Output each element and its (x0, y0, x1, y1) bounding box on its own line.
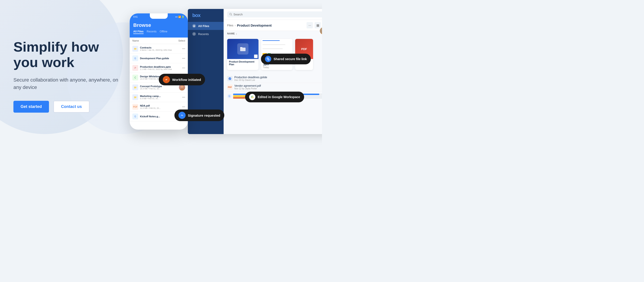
more-icon: ··· (182, 95, 185, 99)
list-item[interactable]: 📁 Contracts 4 items • Jan 31, 2023 by Jo… (130, 44, 188, 54)
breadcrumb-separator: › (234, 24, 236, 27)
file-info: NDA.pdf 12.2 MB • Feb 01, 20... (140, 104, 180, 109)
file-list-row[interactable]: Production deadlines.gslide Dec 03 by Da… (227, 74, 322, 83)
phone-browse-title: Browse (133, 22, 184, 28)
phone-tab-recents[interactable]: Recents (147, 30, 156, 34)
breadcrumb-parent[interactable]: Files (227, 24, 233, 27)
file-meta: 12.2 MB • Feb 01, 20... (140, 107, 180, 109)
list-item[interactable]: G Development Plan.gslide ··· (130, 54, 188, 63)
svg-point-1 (180, 88, 184, 90)
file-card-meta: Today (263, 66, 291, 69)
google-workspace-badge: G Edited in Google Workspace (245, 92, 304, 102)
google-icon: G (249, 94, 255, 100)
page-container: Simplify how you work Secure collaborati… (0, 0, 322, 147)
file-meta: 16.3 MB • Feb 01, 20... (140, 88, 177, 90)
more-icon: ··· (182, 47, 185, 51)
get-started-button[interactable]: Get started (14, 101, 49, 113)
pdf-list-icon: PDF (227, 84, 232, 90)
more-options-button[interactable]: ··· (306, 22, 313, 28)
sidebar-label-recents: Recents (198, 32, 209, 36)
folder-icon: 📁 (132, 46, 138, 52)
file-meta: 6.4 MB • Feb 01, 20... (140, 97, 180, 100)
file-info: Development Plan.gslide (140, 57, 180, 60)
gslide-icon: G (132, 55, 138, 61)
ui-mockups: 9:41 ▪▪▪ 📶 🔋 Browse All Files Recents Of… (130, 9, 308, 139)
file-name: Development Plan.gslide (140, 57, 180, 60)
phone-list-name-col: Name (132, 39, 139, 42)
pdf-list-label: PDF (228, 86, 232, 88)
cta-buttons: Get started Contact us (14, 101, 121, 113)
phone-tabs: All Files Recents Offline (133, 30, 184, 34)
phone-tab-all-files[interactable]: All Files (133, 30, 144, 34)
workflow-badge-label: Workflow initiated (172, 78, 201, 82)
svg-rect-12 (240, 48, 246, 51)
file-list-name: Production deadlines.gslide (234, 76, 322, 79)
file-list-info: Vendor agreement.pdf Nov 12 by Jayla Por… (234, 84, 322, 90)
shared-link-icon (265, 56, 271, 62)
search-input[interactable]: Search (234, 13, 322, 16)
breadcrumb-bar: Files › Product Development ··· ▦ 🔗 New (224, 20, 322, 31)
workflow-badge: Workflow initiated (159, 74, 205, 85)
workflow-icon (163, 76, 170, 83)
file-list-name: Vendor agreement.pdf (234, 84, 322, 87)
box-logo: box (188, 9, 224, 22)
file-info: Marketing camp... 6.4 MB • Feb 01, 20... (140, 95, 180, 100)
file-name: NDA.pdf (140, 104, 180, 107)
folder-icon-large (240, 46, 246, 52)
canvas-icon: C (132, 75, 138, 80)
sidebar-item-all-files[interactable]: ▤ All Files (188, 22, 224, 30)
contact-us-button[interactable]: Contact us (54, 101, 90, 113)
hero-title: Simplify how you work (14, 39, 121, 70)
file-list-meta: Nov 12 by Jayla Porter (234, 87, 322, 90)
chart-icon: G (227, 94, 232, 98)
list-item[interactable]: P Production deadlines.pptx 2.1 MB • Feb… (130, 63, 188, 73)
file-card-name: Product Development Plan (229, 60, 257, 66)
file-meta: 2.1 MB • Feb 03, 2023 by John Doe (140, 68, 180, 70)
search-box[interactable]: Search (227, 11, 322, 17)
hero-title-line2: you work (14, 54, 74, 70)
svg-rect-13 (240, 47, 242, 48)
phone-header: Browse All Files Recents Offline (130, 20, 188, 37)
svg-line-5 (231, 15, 232, 15)
avatar-1 (319, 27, 322, 35)
file-thumb (227, 39, 258, 59)
more-icon: ··· (182, 56, 185, 60)
signature-badge: Signature requested (174, 109, 224, 121)
phone-signal-icons: ▪▪▪ 📶 🔋 (175, 16, 184, 18)
shared-link-badge: Shared secure file link (261, 54, 311, 64)
more-icon: ··· (182, 66, 185, 70)
file-name: Marketing camp... (140, 95, 180, 97)
file-name: Contracts (140, 46, 180, 49)
sidebar-icon-recents: ⏱ (192, 32, 196, 36)
phone-list-header: Name Select (130, 37, 188, 44)
phone-tab-offline[interactable]: Offline (160, 30, 167, 34)
sidebar-item-recents[interactable]: ⏱ Recents (188, 30, 224, 38)
hero-section: Simplify how you work Secure collaborati… (14, 35, 121, 112)
phone-notch (150, 13, 168, 19)
search-icon (230, 13, 232, 16)
box-logo-text: box (192, 12, 200, 18)
phone-time: 9:41 (133, 16, 138, 18)
file-corner (254, 54, 258, 58)
file-meta: 4 items • Jan 31, 2023 by John Doe (140, 49, 180, 51)
collaborator-avatars (319, 27, 322, 35)
sidebar-icon-all-files: ▤ (192, 24, 196, 28)
signature-icon (178, 112, 186, 119)
gslide-list-icon (227, 76, 232, 81)
file-list-row[interactable]: PDF Vendor agreement.pdf Nov 12 by Jayla… (227, 83, 322, 91)
pdf-label: PDF (301, 47, 307, 51)
folder-icon: 📁 (132, 84, 138, 90)
gslide-icon: G (132, 113, 138, 119)
svg-point-0 (181, 85, 183, 88)
list-item[interactable]: 📁 Marketing camp... 6.4 MB • Feb 01, 20.… (130, 92, 188, 102)
phone-list-select-col: Select (178, 39, 185, 42)
file-card-product-dev-plan[interactable]: Product Development Plan (227, 39, 258, 70)
file-info: Concept Prototype 16.3 MB • Feb 01, 20..… (140, 85, 177, 90)
more-icon: ··· (182, 105, 185, 109)
file-list-meta: Dec 03 by David Lee (234, 79, 322, 81)
file-card-info: Product Development Plan (227, 59, 258, 67)
sidebar-label-all-files: All Files (198, 24, 209, 28)
hero-title-line1: Simplify how (14, 39, 99, 54)
box-main-content: Search ⚙ ? Files › Product Development ·… (224, 9, 322, 134)
file-list-info: Production deadlines.gslide Dec 03 by Da… (234, 76, 322, 81)
